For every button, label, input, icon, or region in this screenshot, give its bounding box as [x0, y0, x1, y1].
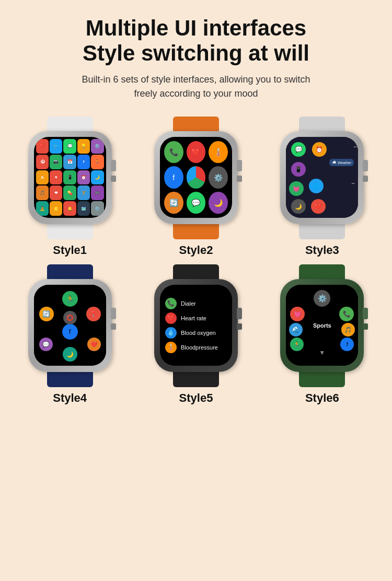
menu-item-bloodoxygen: 💧 Blood oxygen	[165, 327, 227, 339]
style2-label: Style2	[179, 243, 213, 257]
screen-style1: ❤️ 🐦 💬 💡 ⚙️ ⏻ 📷 📅 f 🏃 A ♥	[34, 137, 106, 218]
watch-style1: ❤️ 🐦 💬 💡 ⚙️ ⏻ 📷 📅 f 🏃 A ♥	[10, 117, 129, 257]
watch-style2: 📞 ❤️ 🌡️ f ⭕ ⚙️ 🔄 💬 🌙 Style2	[136, 117, 255, 257]
watch-style6: ⚙️ 📞 💓 Sports 🎵 🌊 ▼ f 🏃 Style6	[263, 264, 382, 405]
main-title: Multiple UI interfaces Style switching a…	[71, 16, 321, 66]
dialer-icon: 📞	[165, 298, 177, 309]
watch-style4: 🏃 📍 🔄 f ⭕ ❤️ 💬 🌙 Style4	[10, 264, 129, 405]
style3-label: Style3	[305, 243, 339, 257]
watch-style3: 💬 ⏰ ··· 📱 ☁️Weather 💓 🌐 ··· 🌙 ❤️ Style3	[263, 117, 382, 257]
style4-label: Style4	[53, 391, 87, 405]
screen-style3: 💬 ⏰ ··· 📱 ☁️Weather 💓 🌐 ··· 🌙 ❤️	[286, 137, 358, 218]
subtitle: Built-in 6 sets of style interfaces, all…	[71, 73, 321, 101]
style6-label: Style6	[305, 391, 339, 405]
style1-label: Style1	[53, 243, 87, 257]
screen-style4: 🏃 📍 🔄 f ⭕ ❤️ 💬 🌙	[34, 285, 106, 366]
bloodpressure-icon: 🌡️	[165, 342, 177, 353]
heartrate-icon: ❤️	[165, 312, 177, 324]
style5-label: Style5	[179, 391, 213, 405]
watch-style5: 📞 Dialer ❤️ Heart rate 💧 Blood oxygen	[136, 264, 255, 405]
menu-item-heartrate: ❤️ Heart rate	[165, 312, 227, 324]
menu-item-dialer: 📞 Dialer	[165, 298, 227, 309]
bloodoxygen-icon: 💧	[165, 327, 177, 339]
page-header: Multiple UI interfaces Style switching a…	[71, 16, 321, 111]
screen-style2: 📞 ❤️ 🌡️ f ⭕ ⚙️ 🔄 💬 🌙	[160, 137, 232, 218]
screen-style6: ⚙️ 📞 💓 Sports 🎵 🌊 ▼ f 🏃	[286, 285, 358, 366]
watches-grid: ❤️ 🐦 💬 💡 ⚙️ ⏻ 📷 📅 f 🏃 A ♥	[10, 117, 382, 405]
menu-item-bloodpressure: 🌡️ Bloodpressure	[165, 342, 227, 353]
screen-style5: 📞 Dialer ❤️ Heart rate 💧 Blood oxygen	[160, 285, 232, 366]
